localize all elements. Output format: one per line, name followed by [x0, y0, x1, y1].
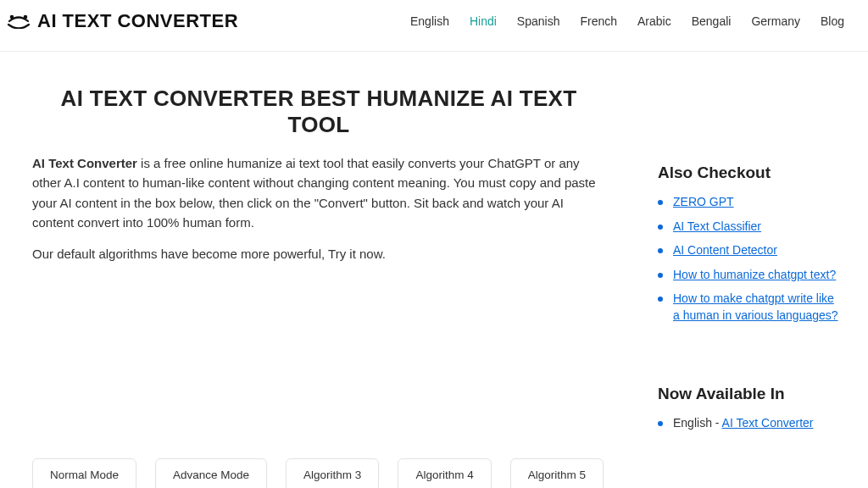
link-humanize-chatgpt[interactable]: How to humanize chatgpt text?: [673, 268, 836, 281]
page-body: AI TEXT CONVERTER BEST HUMANIZE AI TEXT …: [0, 52, 868, 488]
nav-germany[interactable]: Germany: [751, 14, 800, 28]
link-ai-text-converter[interactable]: AI Text Converter: [722, 416, 814, 430]
nav-french[interactable]: French: [580, 14, 617, 28]
link-ai-text-classifier[interactable]: AI Text Classifier: [673, 219, 761, 233]
logo-text: AI TEXT CONVERTER: [37, 10, 238, 32]
mode-advance-button[interactable]: Advance Mode: [155, 458, 267, 488]
nav-english[interactable]: English: [410, 14, 449, 28]
list-item: How to humanize chatgpt text?: [658, 267, 841, 284]
list-item: ZERO GPT: [658, 194, 841, 211]
now-available-list: English - AI Text Converter: [658, 415, 841, 432]
nav-spanish[interactable]: Spanish: [517, 14, 560, 28]
nav-blog[interactable]: Blog: [821, 14, 844, 28]
separator: -: [712, 416, 722, 430]
sidebar-also-checkout: Also Checkout ZERO GPT AI Text Classifie…: [651, 157, 848, 344]
mode-normal-button[interactable]: Normal Mode: [32, 458, 136, 488]
sidebar: Also Checkout ZERO GPT AI Text Classifie…: [651, 77, 848, 451]
intro-bold: AI Text Converter: [32, 156, 137, 170]
list-item: AI Text Classifier: [658, 219, 841, 236]
also-checkout-list: ZERO GPT AI Text Classifier AI Content D…: [658, 194, 841, 324]
page-title: AI TEXT CONVERTER BEST HUMANIZE AI TEXT …: [32, 86, 605, 138]
link-ai-content-detector[interactable]: AI Content Detector: [673, 243, 777, 257]
link-chatgpt-languages[interactable]: How to make chatgpt write like a human i…: [673, 291, 838, 322]
mode-algorithm3-button[interactable]: Algorithm 3: [286, 458, 379, 488]
sidebar-now-available: Now Available In English - AI Text Conve…: [651, 378, 848, 452]
logo-icon: [7, 14, 31, 29]
nav: English Hindi Spanish French Arabic Beng…: [410, 14, 844, 28]
intro-paragraph-1: AI Text Converter is a free online human…: [32, 153, 605, 232]
mode-row: Normal Mode Advance Mode Algorithm 3 Alg…: [32, 458, 605, 488]
link-zero-gpt[interactable]: ZERO GPT: [673, 195, 734, 208]
intro-text: AI Text Converter is a free online human…: [32, 153, 605, 263]
list-item: How to make chatgpt write like a human i…: [658, 291, 841, 324]
main-content: AI TEXT CONVERTER BEST HUMANIZE AI TEXT …: [20, 77, 622, 488]
nav-bengali[interactable]: Bengali: [692, 14, 732, 28]
intro-paragraph-2: Our default algorithms have become more …: [32, 244, 605, 263]
logo[interactable]: AI TEXT CONVERTER: [7, 10, 238, 32]
available-lang: English: [673, 416, 712, 430]
mode-algorithm4-button[interactable]: Algorithm 4: [398, 458, 491, 488]
site-header: AI TEXT CONVERTER English Hindi Spanish …: [0, 0, 868, 52]
list-item: English - AI Text Converter: [658, 415, 841, 432]
mode-algorithm5-button[interactable]: Algorithm 5: [510, 458, 604, 488]
now-available-title: Now Available In: [658, 385, 841, 403]
also-checkout-title: Also Checkout: [658, 164, 841, 182]
nav-arabic[interactable]: Arabic: [637, 14, 671, 28]
list-item: AI Content Detector: [658, 242, 841, 259]
nav-hindi[interactable]: Hindi: [470, 14, 497, 28]
